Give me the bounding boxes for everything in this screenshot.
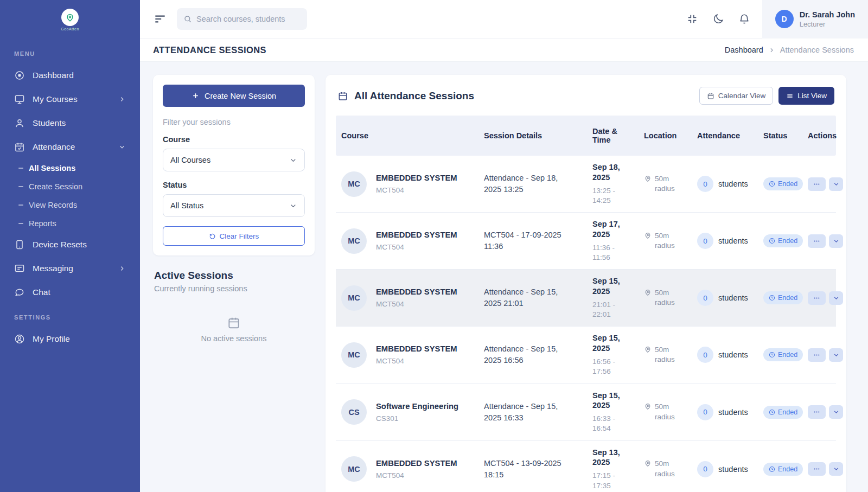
row-actions-menu-button[interactable] <box>808 348 826 362</box>
search-icon <box>183 15 192 23</box>
sidebar-item-label: Chat <box>33 287 50 297</box>
row-expand-button[interactable] <box>829 348 843 362</box>
fullscreen-toggle-icon[interactable] <box>686 13 698 25</box>
messaging-icon <box>14 263 25 274</box>
clear-filters-button[interactable]: Clear Filters <box>163 226 305 246</box>
sidebar-subitem-view-records[interactable]: View Records <box>0 196 140 214</box>
filter-column: Create New Session Filter your sessions … <box>153 75 315 492</box>
chevron-down-icon <box>289 156 297 164</box>
status-cell: Ended <box>758 171 802 197</box>
sidebar-settings-label: SETTINGS <box>0 309 140 327</box>
list-icon <box>786 92 794 100</box>
status-badge: Ended <box>763 406 803 419</box>
chevron-down-icon <box>833 238 840 245</box>
actions-cell <box>802 171 846 197</box>
active-sessions-empty: No active sessions <box>154 316 314 343</box>
attendance-label: students <box>718 180 748 188</box>
location-cell: 50m radius <box>639 452 692 485</box>
clock-icon <box>769 295 775 301</box>
search-input[interactable] <box>196 15 301 23</box>
session-date: Sep 15, 2025 <box>592 333 632 354</box>
main-area: D Dr. Sarah John Lecturer ATTENDANCE SES… <box>140 0 868 492</box>
dark-mode-icon[interactable] <box>712 13 724 25</box>
sidebar-item-my-courses[interactable]: My Courses <box>0 87 140 111</box>
sidebar-subitem-reports[interactable]: Reports <box>0 214 140 233</box>
sidebar-item-my-profile[interactable]: My Profile <box>0 327 140 351</box>
course-name: Software Engineering <box>376 402 458 411</box>
ellipsis-icon <box>813 295 820 302</box>
location-text: 50m radius <box>655 288 685 308</box>
row-actions-menu-button[interactable] <box>808 405 826 419</box>
status-cell: Ended <box>758 399 802 425</box>
user-name: Dr. Sarah John <box>800 10 855 20</box>
col-status: Status <box>758 126 802 145</box>
location-cell: 50m radius <box>639 168 692 200</box>
list-view-button[interactable]: List View <box>778 87 834 105</box>
active-sessions-title: Active Sessions <box>154 270 314 282</box>
session-details: Attendance - Sep 15, 2025 16:33 <box>478 394 587 430</box>
attendance-cell: 0 students <box>692 455 758 484</box>
ellipsis-icon <box>813 238 820 245</box>
session-time: 16:33 - 16:54 <box>592 414 632 433</box>
status-text: Ended <box>778 237 797 245</box>
sidebar-item-chat[interactable]: Chat <box>0 280 140 304</box>
row-actions-menu-button[interactable] <box>808 291 826 305</box>
sidebar-item-label: My Profile <box>33 334 70 344</box>
course-cell: MC EMBEDDED SYSTEM MCT504 <box>336 336 478 374</box>
sidebar-item-label: Device Resets <box>33 240 87 250</box>
row-actions-menu-button[interactable] <box>808 462 826 476</box>
sidebar-subitem-all-sessions[interactable]: All Sessions <box>0 159 140 177</box>
session-date: Sep 13, 2025 <box>592 448 632 468</box>
calendar-view-button[interactable]: Calendar View <box>699 87 774 105</box>
course-code: MCT504 <box>376 243 457 251</box>
row-actions-menu-button[interactable] <box>808 234 826 248</box>
sidebar-item-dashboard[interactable]: Dashboard <box>0 63 140 87</box>
course-code: MCT504 <box>376 300 457 308</box>
session-time: 17:15 - 17:35 <box>592 471 632 490</box>
row-expand-button[interactable] <box>829 234 843 248</box>
create-new-session-button[interactable]: Create New Session <box>163 85 305 107</box>
app-logo[interactable]: GeoAtten <box>0 9 140 31</box>
clock-icon <box>769 352 775 358</box>
actions-cell <box>802 228 846 254</box>
row-actions-menu-button[interactable] <box>808 177 826 191</box>
date-time-cell: Sep 15, 2025 16:56 - 17:56 <box>587 327 639 383</box>
sidebar-item-messaging[interactable]: Messaging <box>0 257 140 280</box>
location-text: 50m radius <box>655 345 685 365</box>
status-filter-select[interactable]: All Status <box>163 194 305 217</box>
sidebar-item-label: Attendance <box>33 142 75 152</box>
date-time-cell: Sep 15, 2025 16:33 - 16:54 <box>587 384 639 440</box>
status-cell: Ended <box>758 285 802 311</box>
menu-toggle-icon[interactable] <box>153 12 167 26</box>
sessions-card-header: All Attendance Sessions Calendar View Li… <box>326 75 846 116</box>
chevron-right-icon <box>768 47 775 54</box>
course-info: EMBEDDED SYSTEM MCT504 <box>376 231 457 251</box>
row-expand-button[interactable] <box>829 405 843 419</box>
row-expand-button[interactable] <box>829 177 843 191</box>
breadcrumb: Dashboard Attendance Sessions <box>725 46 854 54</box>
sidebar-subitem-label: All Sessions <box>29 164 75 172</box>
location-pin-icon <box>644 459 652 467</box>
course-filter-select[interactable]: All Courses <box>163 149 305 171</box>
col-session-details: Session Details <box>478 126 587 145</box>
breadcrumb-dashboard-link[interactable]: Dashboard <box>725 46 763 54</box>
plus-icon <box>192 92 200 100</box>
chevron-down-icon <box>833 295 840 302</box>
notifications-icon[interactable] <box>738 13 750 25</box>
sidebar-item-attendance[interactable]: Attendance <box>0 135 140 159</box>
location-pin-icon <box>644 175 652 182</box>
sidebar-item-device-resets[interactable]: Device Resets <box>0 233 140 257</box>
session-details: Attendance - Sep 18, 2025 13:25 <box>478 166 587 202</box>
status-text: Ended <box>778 294 797 302</box>
sidebar-subitem-create-session[interactable]: Create Session <box>0 177 140 196</box>
status-badge: Ended <box>763 463 803 476</box>
row-expand-button[interactable] <box>829 462 843 476</box>
col-date-time: Date & Time <box>587 122 639 150</box>
table-row: MC EMBEDDED SYSTEM MCT504 Attendance - S… <box>336 156 836 213</box>
user-menu[interactable]: D Dr. Sarah John Lecturer <box>762 0 868 39</box>
row-expand-button[interactable] <box>829 291 843 305</box>
status-text: Ended <box>778 465 797 473</box>
sidebar-item-label: My Courses <box>33 94 78 104</box>
sidebar-item-students[interactable]: Students <box>0 111 140 135</box>
search-box <box>177 8 307 30</box>
